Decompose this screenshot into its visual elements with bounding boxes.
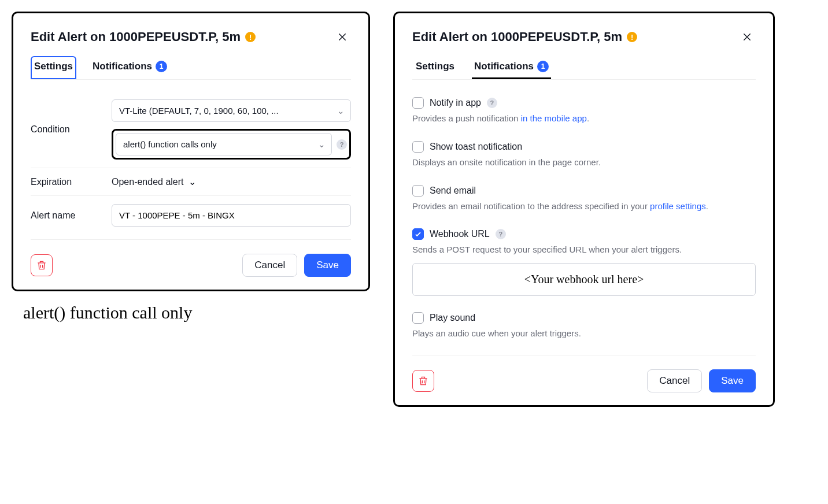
expiration-value: Open-ended alert — [112, 177, 184, 187]
show-toast-group: Show toast notification Displays an onsi… — [412, 135, 756, 179]
cancel-button[interactable]: Cancel — [647, 369, 702, 392]
webhook-label: Webhook URL — [430, 229, 490, 239]
tabs: Settings Notifications 1 — [31, 56, 351, 80]
tab-notifications[interactable]: Notifications 1 — [471, 56, 552, 79]
play-sound-group: Play sound Plays an audio cue when your … — [412, 306, 756, 350]
send-email-description: Provides an email notification to the ad… — [412, 200, 756, 213]
edit-alert-settings-panel: Edit Alert on 1000PEPEUSDT.P, 5m ! Setti… — [12, 12, 370, 291]
notify-in-app-group: Notify in app ? Provides a push notifica… — [412, 91, 756, 135]
dialog-title: Edit Alert on 1000PEPEUSDT.P, 5m — [31, 29, 241, 45]
tab-settings[interactable]: Settings — [412, 56, 458, 79]
notify-in-app-checkbox[interactable] — [412, 97, 424, 109]
mobile-app-link[interactable]: in the mobile app — [521, 113, 587, 123]
notify-in-app-description: Provides a push notification in the mobi… — [412, 112, 756, 125]
condition-label: Condition — [31, 124, 100, 135]
expiration-row: Expiration Open-ended alert ⌄ — [31, 168, 351, 196]
condition-select-primary-value: VT-Lite (DEFAULT, 7, 0, 1900, 60, 100, .… — [119, 106, 279, 116]
notify-in-app-label: Notify in app — [430, 98, 481, 108]
close-button[interactable] — [738, 28, 756, 46]
play-sound-checkbox[interactable] — [412, 312, 424, 324]
alert-name-label: Alert name — [31, 210, 100, 221]
trash-icon — [417, 375, 429, 387]
handwritten-note: alert() function call only — [23, 303, 370, 323]
close-icon — [742, 31, 752, 43]
save-button[interactable]: Save — [304, 254, 351, 277]
help-icon[interactable]: ? — [496, 229, 506, 239]
expiration-label: Expiration — [31, 177, 100, 187]
close-button[interactable] — [334, 28, 351, 46]
webhook-group: Webhook URL ? Sends a POST request to yo… — [412, 223, 756, 306]
play-sound-description: Plays an audio cue when your alert trigg… — [412, 327, 756, 340]
condition-secondary-callout: alert() function calls only ⌄ ? — [112, 129, 351, 160]
send-email-checkbox[interactable] — [412, 185, 424, 197]
send-email-label: Send email — [430, 186, 476, 196]
chevron-down-icon: ⌄ — [337, 106, 345, 116]
webhook-url-input[interactable] — [412, 263, 756, 296]
help-icon[interactable]: ? — [337, 139, 347, 150]
delete-button[interactable] — [31, 254, 53, 276]
warning-icon: ! — [245, 32, 256, 42]
webhook-description: Sends a POST request to your specified U… — [412, 243, 756, 256]
play-sound-label: Play sound — [430, 313, 475, 323]
help-icon[interactable]: ? — [487, 98, 497, 108]
condition-select-primary[interactable]: VT-Lite (DEFAULT, 7, 0, 1900, 60, 100, .… — [112, 99, 351, 122]
warning-icon: ! — [627, 32, 637, 42]
trash-icon — [36, 260, 47, 271]
show-toast-checkbox[interactable] — [412, 141, 424, 153]
chevron-down-icon: ⌄ — [188, 176, 196, 187]
show-toast-label: Show toast notification — [430, 142, 522, 152]
tab-notifications-label: Notifications — [93, 61, 152, 72]
cancel-button[interactable]: Cancel — [242, 254, 297, 277]
notifications-badge: 1 — [537, 61, 549, 72]
tab-settings-label: Settings — [416, 61, 454, 72]
tab-notifications-label: Notifications — [474, 61, 534, 72]
check-icon — [414, 230, 422, 238]
condition-select-secondary-value: alert() function calls only — [123, 139, 217, 149]
tab-settings[interactable]: Settings — [31, 56, 76, 79]
condition-row: Condition VT-Lite (DEFAULT, 7, 0, 1900, … — [31, 91, 351, 168]
tabs: Settings Notifications 1 — [412, 56, 756, 80]
edit-alert-notifications-panel: Edit Alert on 1000PEPEUSDT.P, 5m ! Setti… — [393, 12, 775, 407]
profile-settings-link[interactable]: profile settings — [650, 201, 706, 211]
send-email-group: Send email Provides an email notificatio… — [412, 179, 756, 223]
dialog-title: Edit Alert on 1000PEPEUSDT.P, 5m — [412, 29, 622, 45]
alert-name-row: Alert name — [31, 196, 351, 235]
save-button[interactable]: Save — [709, 369, 756, 392]
expiration-select[interactable]: Open-ended alert ⌄ — [112, 176, 196, 187]
delete-button[interactable] — [412, 370, 434, 392]
dialog-footer: Cancel Save — [412, 359, 756, 392]
chevron-down-icon: ⌄ — [318, 139, 326, 150]
tab-notifications[interactable]: Notifications 1 — [89, 56, 171, 79]
close-icon — [337, 31, 348, 43]
alert-name-input[interactable] — [112, 204, 351, 227]
tab-settings-label: Settings — [34, 61, 73, 72]
webhook-checkbox[interactable] — [412, 228, 424, 240]
condition-select-secondary[interactable]: alert() function calls only ⌄ — [116, 133, 332, 155]
dialog-footer: Cancel Save — [31, 243, 351, 277]
show-toast-description: Displays an onsite notification in the p… — [412, 156, 756, 169]
notifications-badge: 1 — [156, 61, 167, 72]
